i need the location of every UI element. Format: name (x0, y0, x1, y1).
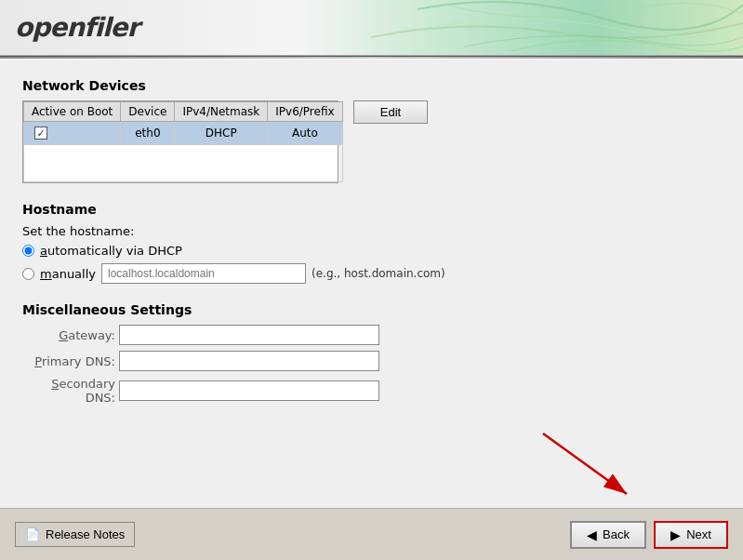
back-icon: ◀ (587, 527, 597, 542)
hostname-hint: (e.g., host.domain.com) (312, 267, 445, 280)
cell-ipv4: DHCP (175, 122, 268, 145)
hostname-section: Hostname Set the hostname: automatically… (22, 202, 721, 284)
col-device: Device (121, 102, 175, 122)
hostname-set-label: Set the hostname: (22, 224, 721, 238)
secondary-dns-label: Secondary DNS: (22, 377, 115, 405)
release-notes-button[interactable]: 📄 Release Notes (15, 522, 135, 547)
secondary-dns-input[interactable] (119, 380, 379, 401)
manually-radio[interactable] (22, 268, 34, 280)
gateway-input[interactable] (119, 325, 379, 345)
manually-label: manually (40, 267, 96, 281)
gateway-label: Gateway: (22, 328, 115, 342)
document-icon: 📄 (25, 527, 40, 541)
cell-device: eth0 (121, 122, 175, 145)
auto-dhcp-label: automatically via DHCP (40, 244, 182, 258)
gateway-row: Gateway: (22, 325, 721, 345)
cell-ipv6: Auto (268, 122, 342, 145)
footer: 📄 Release Notes ◀ Back ▶ Next (0, 508, 743, 560)
misc-section: Miscellaneous Settings Gateway: Primary … (22, 302, 721, 405)
table-row-empty (24, 145, 343, 182)
secondary-dns-row: Secondary DNS: (22, 377, 721, 405)
primary-dns-row: Primary DNS: (22, 351, 721, 371)
network-devices-title: Network Devices (22, 78, 721, 93)
active-checkbox: ✓ (32, 126, 50, 140)
next-label: Next (686, 527, 711, 541)
table-row[interactable]: ✓ eth0 DHCP Auto (24, 122, 343, 145)
logo: openfiler (15, 12, 139, 43)
misc-title: Miscellaneous Settings (22, 302, 721, 317)
logo-suffix: filer (84, 12, 139, 43)
footer-nav: ◀ Back ▶ Next (570, 521, 728, 549)
primary-dns-input[interactable] (119, 351, 379, 371)
header: openfiler (0, 0, 743, 56)
primary-dns-label: Primary DNS: (22, 354, 115, 368)
next-icon: ▶ (670, 527, 681, 542)
network-table: Active on Boot Device IPv4/Netmask IPv6/… (23, 101, 343, 182)
auto-dhcp-row: automatically via DHCP (22, 244, 721, 258)
hostname-input[interactable] (101, 263, 306, 284)
col-active-on-boot: Active on Boot (24, 102, 121, 122)
checkbox-icon: ✓ (34, 127, 47, 140)
table-header-row: Active on Boot Device IPv4/Netmask IPv6/… (24, 102, 343, 122)
col-ipv4: IPv4/Netmask (175, 102, 268, 122)
main-content: Network Devices Active on Boot Device IP… (0, 60, 743, 508)
network-table-wrapper: Active on Boot Device IPv4/Netmask IPv6/… (22, 100, 338, 183)
logo-prefix: open (15, 12, 84, 43)
back-button[interactable]: ◀ Back (570, 521, 646, 549)
hostname-title: Hostname (22, 202, 721, 217)
manual-row: manually (e.g., host.domain.com) (22, 263, 721, 284)
back-label: Back (603, 527, 630, 541)
edit-button[interactable]: Edit (353, 100, 428, 124)
network-devices-container: Active on Boot Device IPv4/Netmask IPv6/… (22, 100, 721, 183)
col-ipv6: IPv6/Prefix (268, 102, 342, 122)
cell-active: ✓ (24, 122, 121, 145)
release-notes-label: Release Notes (46, 527, 125, 541)
header-decoration (371, 0, 743, 56)
next-button[interactable]: ▶ Next (654, 521, 728, 549)
auto-dhcp-radio[interactable] (22, 245, 34, 257)
